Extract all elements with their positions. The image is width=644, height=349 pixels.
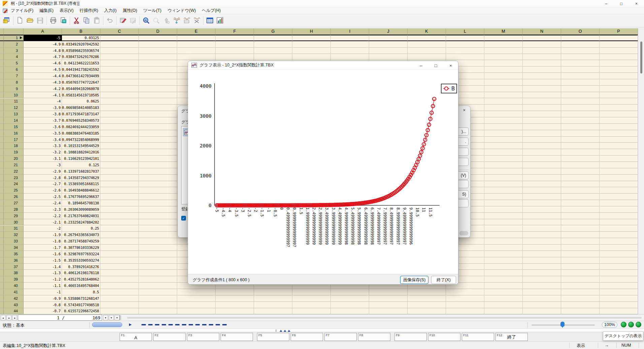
cell-N27[interactable]: [523, 200, 561, 206]
cell-O31[interactable]: [561, 226, 600, 232]
cell-O17[interactable]: [561, 137, 600, 143]
cell-L2[interactable]: [446, 41, 484, 48]
cell-D21[interactable]: [139, 162, 177, 168]
cell-N36[interactable]: [523, 257, 561, 264]
cell-M5[interactable]: [484, 60, 523, 66]
cell-L41[interactable]: [446, 289, 484, 295]
cell-N18[interactable]: [523, 143, 561, 149]
cell-N26[interactable]: [523, 194, 561, 200]
cell-O27[interactable]: [561, 200, 600, 206]
dialog-slider[interactable]: [459, 231, 468, 235]
cell-P26[interactable]: [600, 194, 638, 200]
cell-O40[interactable]: [561, 283, 600, 289]
cell-C9[interactable]: [100, 86, 139, 92]
cell-F42[interactable]: [216, 295, 254, 302]
row-gutter[interactable]: [0, 194, 4, 200]
graph-maximize-button[interactable]: □: [428, 61, 443, 70]
cell-B2[interactable]: 0.0334929207042592: [62, 41, 100, 48]
cell-C8[interactable]: [100, 79, 139, 86]
cell-M2[interactable]: [484, 41, 523, 48]
cell-P21[interactable]: [600, 162, 638, 168]
cell-M16[interactable]: [484, 130, 523, 137]
cell-C10[interactable]: [100, 92, 139, 98]
fkey-f5[interactable]: F5: [257, 333, 289, 341]
split-handle[interactable]: [120, 315, 121, 320]
cell-O15[interactable]: [561, 124, 600, 130]
row-gutter[interactable]: [0, 302, 4, 308]
cell-D25[interactable]: [139, 187, 177, 194]
cell-P8[interactable]: [600, 79, 638, 86]
cell-B39[interactable]: 0.435275281648062: [62, 276, 100, 283]
cell-M36[interactable]: [484, 257, 523, 264]
row-gutter[interactable]: [0, 308, 4, 314]
row-gutter[interactable]: [0, 105, 4, 111]
cell-L1[interactable]: [446, 35, 484, 41]
cell-B23[interactable]: 0.143587294374629: [62, 175, 100, 181]
cell-C39[interactable]: [100, 276, 139, 283]
cell-D42[interactable]: [139, 295, 177, 302]
cell-M39[interactable]: [484, 276, 523, 283]
cell-C31[interactable]: [100, 226, 139, 232]
column-header-H[interactable]: H: [292, 28, 331, 35]
cell-B44[interactable]: 0.615572206672458: [62, 308, 100, 314]
cell-C6[interactable]: [100, 66, 139, 73]
status-green-indicator-1[interactable]: [621, 322, 626, 327]
row-number[interactable]: 11: [4, 98, 24, 105]
cell-O22[interactable]: [561, 168, 600, 175]
cell-P29[interactable]: [600, 213, 638, 219]
cell-F4[interactable]: [216, 54, 254, 60]
cell-A33[interactable]: -1.8: [24, 238, 62, 244]
cell-J3[interactable]: [369, 48, 408, 54]
cell-B28[interactable]: 0.203063099089059: [62, 206, 100, 213]
expand-triangle-icon[interactable]: [280, 330, 282, 332]
cell-D4[interactable]: [139, 54, 177, 60]
column-header-C[interactable]: C: [100, 28, 139, 35]
cell-M7[interactable]: [484, 73, 523, 79]
cell-M40[interactable]: [484, 283, 523, 289]
cell-A14[interactable]: -3.7: [24, 117, 62, 124]
cell-A12[interactable]: -3.9: [24, 105, 62, 111]
row-gutter[interactable]: [0, 98, 4, 105]
cell-P14[interactable]: [600, 117, 638, 124]
cell-N30[interactable]: [523, 219, 561, 226]
column-header-G[interactable]: G: [254, 28, 292, 35]
cell-C21[interactable]: [100, 162, 139, 168]
cell-D8[interactable]: [139, 79, 177, 86]
row-gutter[interactable]: [0, 35, 4, 41]
cell-D7[interactable]: [139, 73, 177, 79]
cell-M9[interactable]: [484, 86, 523, 92]
cell-N41[interactable]: [523, 289, 561, 295]
cell-K41[interactable]: [408, 289, 446, 295]
sort-a-icon[interactable]: [172, 16, 181, 25]
cell-B14[interactable]: 0.0769465258340573: [62, 117, 100, 124]
cell-C2[interactable]: [100, 41, 139, 48]
cell-M15[interactable]: [484, 124, 523, 130]
cell-P44[interactable]: [600, 308, 638, 314]
cell-D12[interactable]: [139, 105, 177, 111]
cell-M23[interactable]: [484, 175, 523, 181]
menu-item-4[interactable]: 行操作(R): [76, 7, 101, 14]
jump-last-button[interactable]: ▼: [115, 315, 120, 320]
cell-J43[interactable]: [369, 302, 408, 308]
cell-D27[interactable]: [139, 200, 177, 206]
cell-D15[interactable]: [139, 124, 177, 130]
row-number[interactable]: 5: [4, 60, 24, 66]
cell-D9[interactable]: [139, 86, 177, 92]
cell-N4[interactable]: [523, 54, 561, 60]
cell-D16[interactable]: [139, 130, 177, 137]
cell-G4[interactable]: [254, 54, 292, 60]
cell-C27[interactable]: [100, 200, 139, 206]
cell-P37[interactable]: [600, 264, 638, 270]
cell-N9[interactable]: [523, 86, 561, 92]
close-button[interactable]: ×: [629, 0, 644, 7]
row-number[interactable]: 31: [4, 226, 24, 232]
cell-P4[interactable]: [600, 54, 638, 60]
row-number[interactable]: 40: [4, 283, 24, 289]
print-icon[interactable]: [49, 16, 58, 25]
cell-C30[interactable]: [100, 219, 139, 226]
cell-A6[interactable]: -4.5: [24, 66, 62, 73]
cell-L42[interactable]: [446, 295, 484, 302]
cell-A41[interactable]: -1: [24, 289, 62, 295]
cell-C36[interactable]: [100, 257, 139, 264]
cell-P42[interactable]: [600, 295, 638, 302]
